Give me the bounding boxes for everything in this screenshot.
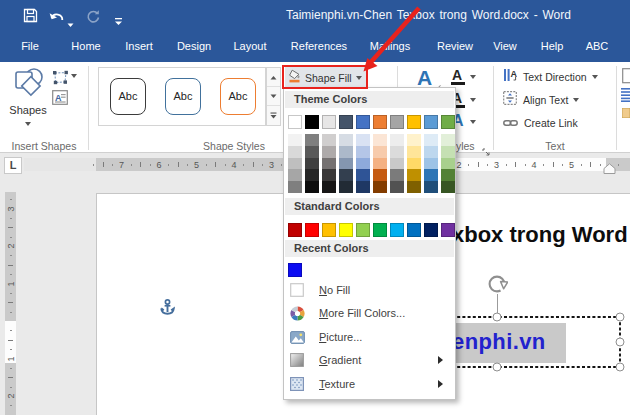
mnemonic-letter: G: [319, 354, 328, 366]
texture-icon: [290, 377, 304, 391]
theme-color-swatch[interactable]: [390, 115, 404, 129]
theme-variant-swatch[interactable]: [441, 146, 455, 158]
theme-variant-swatch[interactable]: [288, 146, 302, 158]
theme-variant-swatch[interactable]: [424, 181, 438, 193]
resize-handle-top-center[interactable]: [493, 313, 502, 322]
theme-variant-swatch[interactable]: [441, 134, 455, 146]
standard-color-swatch[interactable]: [441, 223, 455, 237]
theme-variant-swatch[interactable]: [356, 134, 370, 146]
menu-item-texture[interactable]: Texture: [285, 372, 455, 395]
theme-variant-swatch[interactable]: [322, 181, 336, 193]
recent-color-swatch[interactable]: [288, 263, 302, 277]
theme-variant-swatch[interactable]: [373, 181, 387, 193]
theme-variant-swatch[interactable]: [407, 181, 421, 193]
resize-handle-mid-right[interactable]: [616, 338, 625, 347]
standard-color-swatch[interactable]: [407, 223, 421, 237]
menu-item-label: More Fill Colors...: [319, 307, 405, 319]
theme-color-swatch[interactable]: [424, 115, 438, 129]
theme-color-swatch[interactable]: [441, 115, 455, 129]
mnemonic-letter: N: [319, 284, 327, 296]
theme-variant-swatch[interactable]: [390, 181, 404, 193]
resize-handle-bottom-center[interactable]: [493, 363, 502, 372]
theme-variant-swatch[interactable]: [305, 158, 319, 170]
theme-variant-swatch[interactable]: [322, 169, 336, 181]
theme-color-swatch[interactable]: [373, 115, 387, 129]
theme-color-swatch[interactable]: [339, 115, 353, 129]
recent-colors-header: Recent Colors: [285, 240, 454, 257]
mnemonic-letter: P: [319, 331, 326, 343]
no-fill-icon: [290, 283, 304, 297]
annotation-highlight-box: [282, 65, 368, 89]
shape-fill-dropdown: Theme Colors Standard Colors Recent Colo…: [283, 87, 456, 400]
standard-color-swatch[interactable]: [373, 223, 387, 237]
theme-variant-swatch[interactable]: [407, 169, 421, 181]
theme-color-swatch[interactable]: [407, 115, 421, 129]
menu-item-gradient[interactable]: Gradient: [285, 349, 455, 372]
theme-color-swatch[interactable]: [288, 115, 302, 129]
theme-variant-swatch[interactable]: [322, 158, 336, 170]
theme-color-swatch[interactable]: [356, 115, 370, 129]
theme-variant-swatch[interactable]: [305, 134, 319, 146]
rotation-handle-icon[interactable]: [487, 274, 508, 299]
theme-variant-swatch[interactable]: [288, 134, 302, 146]
standard-color-swatch[interactable]: [288, 223, 302, 237]
theme-variant-swatch[interactable]: [373, 134, 387, 146]
theme-variant-swatch[interactable]: [441, 158, 455, 170]
theme-variant-swatch[interactable]: [322, 146, 336, 158]
standard-color-swatch[interactable]: [322, 223, 336, 237]
menu-item-label: No Fill: [319, 284, 350, 296]
menu-item-more-fill-colors[interactable]: More Fill Colors...: [285, 302, 455, 325]
resize-handle-bottom-right[interactable]: [616, 363, 625, 372]
theme-variant-swatch[interactable]: [390, 134, 404, 146]
theme-variant-swatch[interactable]: [424, 134, 438, 146]
theme-variant-swatch[interactable]: [424, 146, 438, 158]
theme-variant-swatch[interactable]: [356, 181, 370, 193]
theme-variant-swatch[interactable]: [288, 169, 302, 181]
theme-variant-swatch[interactable]: [339, 134, 353, 146]
theme-variant-swatch[interactable]: [288, 181, 302, 193]
menu-item-picture[interactable]: Picture...: [285, 325, 455, 348]
mnemonic-letter: M: [319, 307, 328, 319]
theme-variant-swatch[interactable]: [390, 169, 404, 181]
theme-variant-swatch[interactable]: [407, 134, 421, 146]
theme-variant-swatch[interactable]: [407, 146, 421, 158]
standard-color-swatch[interactable]: [339, 223, 353, 237]
theme-variant-swatch[interactable]: [424, 158, 438, 170]
theme-variant-swatch[interactable]: [305, 181, 319, 193]
theme-variant-swatch[interactable]: [424, 169, 438, 181]
theme-variant-swatch[interactable]: [373, 146, 387, 158]
theme-variant-swatch[interactable]: [390, 146, 404, 158]
theme-variant-swatch[interactable]: [407, 158, 421, 170]
theme-variant-swatch[interactable]: [373, 169, 387, 181]
theme-variant-swatch[interactable]: [339, 146, 353, 158]
theme-variant-swatch[interactable]: [339, 181, 353, 193]
submenu-arrow-icon: [438, 356, 443, 364]
theme-variant-swatch[interactable]: [288, 158, 302, 170]
theme-variant-swatch[interactable]: [356, 158, 370, 170]
menu-item-label: Picture...: [319, 331, 362, 343]
color-wheel-icon: [290, 306, 304, 320]
theme-variant-swatch[interactable]: [373, 158, 387, 170]
theme-color-swatch[interactable]: [322, 115, 336, 129]
mnemonic-letter: T: [319, 378, 325, 390]
theme-variant-swatch[interactable]: [390, 158, 404, 170]
standard-color-swatch[interactable]: [356, 223, 370, 237]
standard-colors-header: Standard Colors: [285, 198, 454, 215]
theme-variant-swatch[interactable]: [339, 169, 353, 181]
menu-item-label: Gradient: [319, 354, 361, 366]
theme-variant-swatch[interactable]: [305, 146, 319, 158]
theme-variant-swatch[interactable]: [305, 169, 319, 181]
theme-color-swatch[interactable]: [305, 115, 319, 129]
theme-variant-swatch[interactable]: [356, 169, 370, 181]
theme-variant-swatch[interactable]: [441, 181, 455, 193]
theme-variant-swatch[interactable]: [339, 158, 353, 170]
standard-color-swatch[interactable]: [424, 223, 438, 237]
standard-color-swatch[interactable]: [390, 223, 404, 237]
menu-item-no-fill[interactable]: No Fill: [285, 278, 455, 301]
theme-variant-swatch[interactable]: [356, 146, 370, 158]
theme-variant-swatch[interactable]: [322, 134, 336, 146]
resize-handle-top-right[interactable]: [616, 313, 625, 322]
submenu-arrow-icon: [438, 380, 443, 388]
theme-variant-swatch[interactable]: [441, 169, 455, 181]
standard-color-swatch[interactable]: [305, 223, 319, 237]
